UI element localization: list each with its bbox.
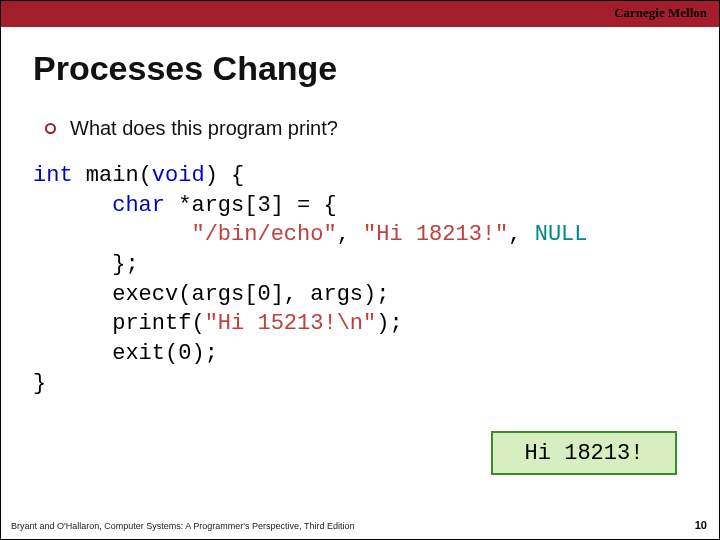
brace-open: { bbox=[218, 163, 244, 188]
kw-int: int bbox=[33, 163, 73, 188]
slide-title: Processes Change bbox=[33, 49, 337, 88]
execv-call: execv(args[0], args); bbox=[112, 282, 389, 307]
bullet-icon bbox=[45, 123, 56, 134]
str-path: "/bin/echo" bbox=[191, 222, 336, 247]
page-number: 10 bbox=[695, 519, 707, 531]
slide: Carnegie Mellon Processes Change What do… bbox=[0, 0, 720, 540]
footer-citation: Bryant and O'Hallaron, Computer Systems:… bbox=[11, 521, 354, 531]
exit-call: exit(0); bbox=[112, 341, 218, 366]
header-bar bbox=[1, 1, 719, 27]
comma1: , bbox=[337, 222, 363, 247]
comma2: , bbox=[508, 222, 534, 247]
printf-close: ); bbox=[376, 311, 402, 336]
bullet-text: What does this program print? bbox=[70, 117, 338, 140]
printf-open: printf( bbox=[112, 311, 204, 336]
kw-char: char bbox=[112, 193, 165, 218]
code-block: int main(void) { char *args[3] = { "/bin… bbox=[33, 161, 588, 399]
kw-void: void bbox=[152, 163, 205, 188]
answer-text: Hi 18213! bbox=[525, 441, 644, 466]
fn-main: main bbox=[86, 163, 139, 188]
str-hi: "Hi 18213!" bbox=[363, 222, 508, 247]
answer-box: Hi 18213! bbox=[491, 431, 677, 475]
institution-label: Carnegie Mellon bbox=[614, 5, 707, 21]
close-init: }; bbox=[112, 252, 138, 277]
brace-close: } bbox=[33, 371, 46, 396]
args-decl: *args[3] = { bbox=[165, 193, 337, 218]
printf-str: "Hi 15213!\n" bbox=[205, 311, 377, 336]
bullet-item: What does this program print? bbox=[45, 117, 338, 140]
kw-null: NULL bbox=[535, 222, 588, 247]
